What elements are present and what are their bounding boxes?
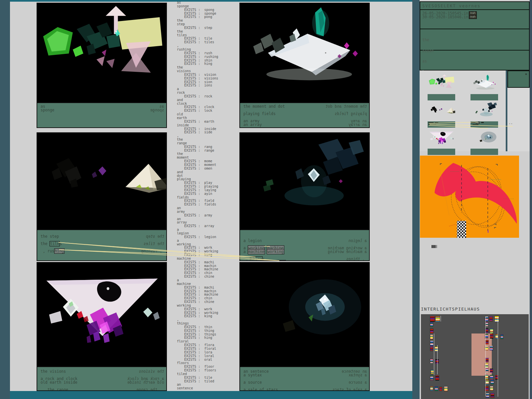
color-bar — [430, 335, 433, 339]
color-bar — [436, 376, 439, 380]
caption-word: the visions — [41, 369, 66, 374]
file-list: 26-05-2020-150545.in trah 30-05-2020-185… — [420, 10, 529, 29]
word-head: inside — [177, 124, 242, 127]
caption-line: the moment and dot — [243, 105, 285, 108]
sidebar-title: SVESOSELEKT veornes — [420, 2, 529, 10]
thumbnail-6[interactable] — [470, 128, 498, 155]
color-bar — [485, 329, 488, 332]
caption-line: a syntax — [349, 373, 367, 377]
color-bar — [491, 380, 494, 384]
caption-line: playing fields — [335, 112, 367, 116]
word-head: sentence — [177, 387, 242, 390]
panel-caption-2: the moment and dot playing fields an arm… — [240, 102, 369, 127]
exists-entry: EXISTS : army — [177, 214, 242, 217]
caption-word: , rus — [150, 249, 164, 253]
caption-line: the tiles — [144, 242, 164, 246]
caption-line: the visions — [139, 370, 164, 373]
exists-entry: EXISTS : omen — [177, 167, 242, 171]
color-bar — [435, 387, 438, 391]
thumbnail-3[interactable] — [428, 101, 455, 128]
caption-line: a legion — [243, 239, 262, 243]
caption-word: thing — [349, 257, 360, 260]
selected-token[interactable]: hing — [54, 248, 65, 254]
menu-icon[interactable]: ≡ — [525, 73, 527, 75]
word-head: , — [177, 134, 242, 138]
color-bar — [490, 369, 493, 372]
caption-line: the moment and dot — [326, 105, 367, 108]
exists-entry: EXISTS : loral — [177, 354, 242, 358]
caption-line: the step — [146, 235, 164, 238]
color-bar — [490, 375, 493, 379]
word-head: an — [177, 206, 242, 210]
render-panel-4: a legion a working machinea machine work… — [239, 132, 370, 261]
grid-line — [434, 333, 434, 375]
color-bar — [485, 323, 488, 326]
exists-entry: EXISTS : visions — [177, 77, 242, 80]
sidebar-left-bar — [412, 0, 420, 399]
panel-image-4 — [240, 133, 369, 229]
exists-entry: EXISTS : lock — [177, 109, 242, 113]
caption-line: the tiles — [41, 242, 62, 246]
exists-entry: EXISTS : step — [177, 26, 242, 30]
caption-text-mirrored: an sentencea syntax a source a sale of s… — [332, 370, 367, 390]
thumbnail-1[interactable] — [428, 74, 455, 100]
selected-token[interactable]: working — [267, 249, 284, 254]
caption-line: , the range — [137, 388, 164, 390]
exists-entry: EXISTS : ayin — [177, 192, 242, 196]
caption-text: the moment and dot playing fields an arm… — [243, 105, 285, 127]
caption-text: a legion a working machinea machine work… — [243, 239, 288, 260]
grid-line — [437, 345, 438, 374]
caption-word: a syntax — [349, 373, 367, 377]
color-bar — [489, 317, 492, 321]
caption-text: the step the tiles , rushing — [41, 235, 64, 253]
caption-word: the step — [41, 234, 59, 239]
color-bar — [485, 340, 488, 344]
color-bar — [491, 393, 494, 398]
caption-line: a source — [349, 381, 367, 384]
color-bar — [501, 335, 503, 339]
caption-word: an array — [243, 122, 262, 127]
caption-line: , things — [346, 257, 367, 260]
file-entry[interactable]: 30-05-2020-185046.in trah — [422, 15, 529, 19]
selected-token[interactable]: thing — [250, 256, 263, 260]
panel-caption-5: the visions a rock and clockold earth in… — [37, 366, 166, 390]
color-bar — [430, 359, 433, 363]
caption-word: a sale of stars — [332, 387, 367, 390]
sidebar-section-the-ocean[interactable]: the ocean — [420, 29, 529, 51]
caption-word: s — [60, 241, 62, 246]
caption-word: playing fields — [335, 111, 367, 116]
thumbnail-5[interactable] — [428, 128, 455, 155]
exists-entry: EXISTS : machi — [177, 286, 242, 290]
caption-line: sponge — [41, 108, 55, 112]
panel-caption-1: asspongeassponge — [37, 102, 166, 127]
caption-line: playing fields — [243, 112, 276, 116]
caption-text-mirrored: the visions a rock and clockold earth in… — [127, 370, 164, 390]
color-bar — [430, 387, 433, 390]
trash-button[interactable]: trah — [469, 15, 477, 19]
minimap-scroll-area[interactable]: .. — [507, 88, 530, 151]
exists-entry: EXISTS : machi — [177, 261, 242, 264]
caption-text: the visions a rock and clockold earth in… — [41, 370, 77, 390]
thumbnail-2[interactable] — [470, 74, 498, 100]
word-head: a — [177, 239, 242, 243]
caption-word: machine — [346, 249, 362, 254]
color-bar — [430, 323, 433, 327]
caption-word: , the range — [137, 387, 164, 390]
render-panel-3: the step the tiles , rushingthe step the… — [37, 132, 167, 261]
selected-token[interactable]: machine — [248, 249, 265, 254]
exists-entry: EXISTS : array — [177, 224, 242, 228]
caption-text: an sentencea syntax a source a sale of s… — [243, 370, 278, 390]
caption-line: , things — [243, 257, 265, 260]
frame-right-strip — [530, 0, 532, 399]
frame-bottom-bar — [10, 391, 412, 399]
exists-entry: EXISTS : king — [177, 315, 242, 318]
caption-line: an array — [243, 123, 262, 127]
selected-token[interactable]: tile — [275, 260, 286, 260]
caption-text-mirrored: the step the tiles , rushing — [141, 235, 164, 253]
caption-line: a sale of stars — [332, 388, 367, 390]
exists-entry: EXISTS : legion — [177, 235, 242, 239]
word-head: and — [177, 171, 242, 174]
word-head: and — [177, 98, 242, 102]
selected-token[interactable]: tile — [50, 241, 60, 246]
thumbnail-4[interactable] — [470, 101, 498, 128]
